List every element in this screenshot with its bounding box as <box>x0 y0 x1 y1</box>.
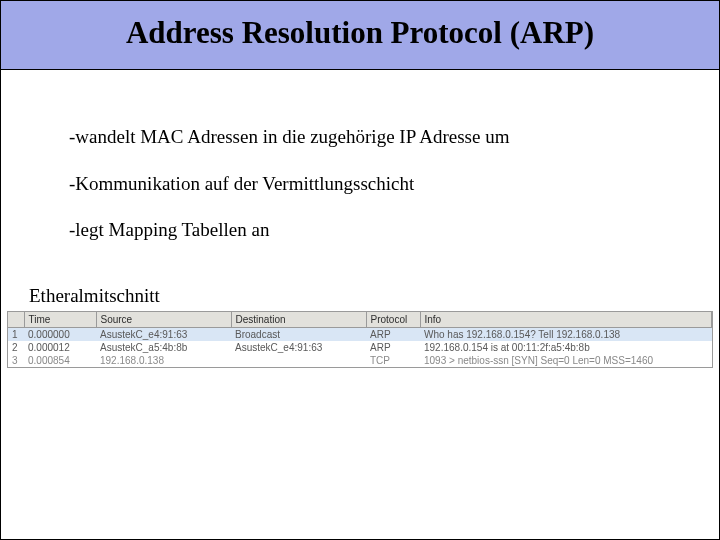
cell-destination: Broadcast <box>231 328 366 342</box>
cell-protocol: ARP <box>366 328 420 342</box>
table-row[interactable]: 2 0.000012 AsustekC_a5:4b:8b AsustekC_e4… <box>8 341 712 354</box>
bullet-item: -legt Mapping Tabellen an <box>69 218 719 243</box>
table-row[interactable]: 1 0.000000 AsustekC_e4:91:63 Broadcast A… <box>8 328 712 342</box>
cell-info: 192.168.0.154 is at 00:11:2f:a5:4b:8b <box>420 341 712 354</box>
col-header-protocol[interactable]: Protocol <box>366 312 420 328</box>
capture-caption: Etheralmitschnitt <box>1 265 719 311</box>
cell-time: 0.000000 <box>24 328 96 342</box>
cell-no: 3 <box>8 354 24 367</box>
bullet-list: -wandelt MAC Adressen in die zugehörige … <box>1 70 719 243</box>
cell-time: 0.000854 <box>24 354 96 367</box>
cell-source: AsustekC_e4:91:63 <box>96 328 231 342</box>
page-title: Address Resolution Protocol (ARP) <box>1 15 719 51</box>
packet-capture-table: Time Source Destination Protocol Info 1 … <box>7 311 713 368</box>
bullet-item: -Kommunikation auf der Vermittlungsschic… <box>69 172 719 197</box>
cell-source: AsustekC_a5:4b:8b <box>96 341 231 354</box>
col-header-info[interactable]: Info <box>420 312 712 328</box>
cell-no: 2 <box>8 341 24 354</box>
cell-destination <box>231 354 366 367</box>
table-row[interactable]: 3 0.000854 192.168.0.138 TCP 1093 > netb… <box>8 354 712 367</box>
col-header-no[interactable] <box>8 312 24 328</box>
col-header-destination[interactable]: Destination <box>231 312 366 328</box>
cell-no: 1 <box>8 328 24 342</box>
table-header-row: Time Source Destination Protocol Info <box>8 312 712 328</box>
cell-info: 1093 > netbios-ssn [SYN] Seq=0 Len=0 MSS… <box>420 354 712 367</box>
cell-info: Who has 192.168.0.154? Tell 192.168.0.13… <box>420 328 712 342</box>
col-header-time[interactable]: Time <box>24 312 96 328</box>
cell-destination: AsustekC_e4:91:63 <box>231 341 366 354</box>
cell-protocol: TCP <box>366 354 420 367</box>
title-bar: Address Resolution Protocol (ARP) <box>1 1 719 70</box>
cell-source: 192.168.0.138 <box>96 354 231 367</box>
bullet-item: -wandelt MAC Adressen in die zugehörige … <box>69 125 719 150</box>
cell-time: 0.000012 <box>24 341 96 354</box>
col-header-source[interactable]: Source <box>96 312 231 328</box>
cell-protocol: ARP <box>366 341 420 354</box>
